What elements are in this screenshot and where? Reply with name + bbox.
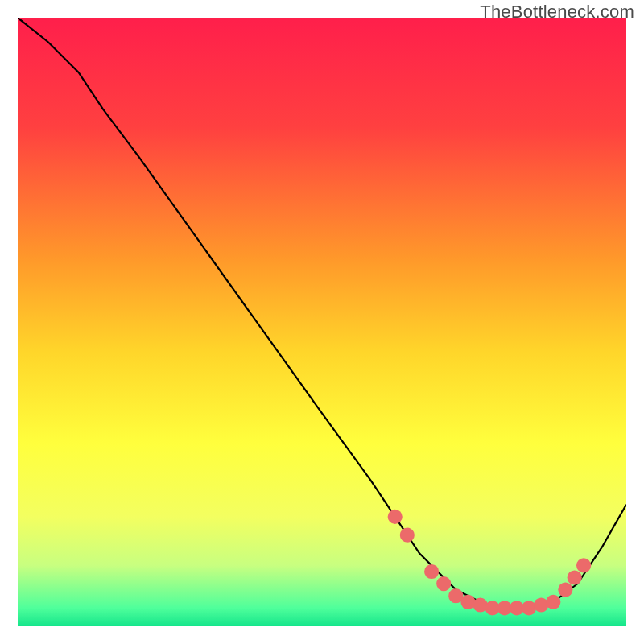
chart-svg [18,18,626,626]
marker-dot [576,558,591,572]
marker-dot [534,597,548,612]
marker-dot [473,597,488,612]
marker-dot [558,583,572,597]
gradient-background [18,18,626,626]
marker-dot [388,510,402,524]
marker-dot [460,595,475,609]
plot-area [18,18,626,626]
marker-dot [424,564,439,579]
marker-dot [568,570,582,584]
chart-frame: TheBottleneck.com [0,0,644,644]
attribution-text: TheBottleneck.com [480,2,634,23]
marker-dot [522,601,536,615]
marker-dot [436,576,451,591]
marker-dot [546,595,560,609]
marker-dot [400,528,415,543]
